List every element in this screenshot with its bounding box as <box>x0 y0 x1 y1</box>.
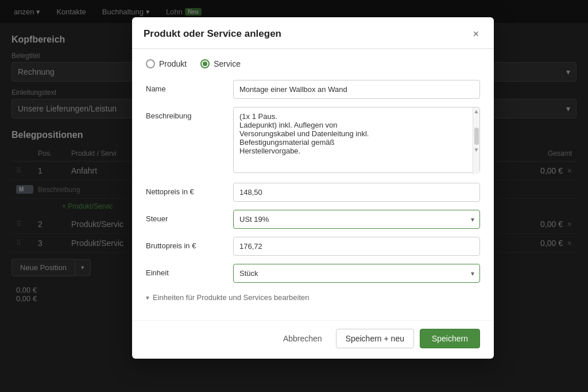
bruttopreis-input[interactable] <box>233 237 480 256</box>
nettopreis-row: Nettopreis in € <box>146 183 480 202</box>
radio-service[interactable]: Service <box>200 59 241 68</box>
steuer-select-wrapper: USt 19% USt 7% Steuerfrei ▾ <box>233 210 480 229</box>
scrollbar: ▲ ▼ <box>473 107 479 174</box>
bruttopreis-row: Bruttopreis in € <box>146 237 480 256</box>
steuer-select[interactable]: USt 19% USt 7% Steuerfrei <box>233 210 480 229</box>
modal-header: Produkt oder Service anlegen × <box>132 17 494 49</box>
name-label: Name <box>146 80 226 93</box>
nettopreis-input[interactable] <box>233 183 480 202</box>
modal-footer: Abbrechen Speichern + neu Speichern <box>132 320 494 359</box>
speichern-button[interactable]: Speichern <box>420 329 480 348</box>
name-input[interactable] <box>233 80 480 99</box>
einheit-select-wrapper: Stück Stunde m² m kg ▾ <box>233 264 480 283</box>
modal-close-button[interactable]: × <box>469 28 482 40</box>
modal-dialog: Produkt oder Service anlegen × Produkt S… <box>132 17 494 359</box>
beschreibung-textarea[interactable]: (1x 1 Paus. Ladepunkt) inkl. Auflegen vo… <box>233 107 480 173</box>
einheiten-link[interactable]: ▾ Einheiten für Produkte und Services be… <box>146 291 480 304</box>
type-radio-group: Produkt Service <box>146 59 480 68</box>
modal-body: Produkt Service Name Beschreibung (1x 1 … <box>132 49 494 320</box>
einheit-row: Einheit Stück Stunde m² m kg ▾ <box>146 264 480 283</box>
abbrechen-button[interactable]: Abbrechen <box>275 329 330 348</box>
name-row: Name <box>146 80 480 99</box>
bruttopreis-label: Bruttopreis in € <box>146 237 226 250</box>
chevron-right-icon: ▾ <box>146 294 149 302</box>
beschreibung-label: Beschreibung <box>146 107 226 120</box>
speichern-neu-button[interactable]: Speichern + neu <box>336 329 414 348</box>
steuer-row: Steuer USt 19% USt 7% Steuerfrei ▾ <box>146 210 480 229</box>
steuer-label: Steuer <box>146 210 226 223</box>
beschreibung-row: Beschreibung (1x 1 Paus. Ladepunkt) inkl… <box>146 107 480 175</box>
radio-produkt[interactable]: Produkt <box>146 59 187 68</box>
nettopreis-label: Nettopreis in € <box>146 183 226 196</box>
einheit-select[interactable]: Stück Stunde m² m kg <box>233 264 480 283</box>
radio-produkt-circle <box>146 59 155 68</box>
radio-service-circle <box>200 59 210 68</box>
einheit-label: Einheit <box>146 264 226 277</box>
modal-title: Produkt oder Service anlegen <box>144 28 281 40</box>
beschreibung-wrapper: (1x 1 Paus. Ladepunkt) inkl. Auflegen vo… <box>233 107 480 175</box>
